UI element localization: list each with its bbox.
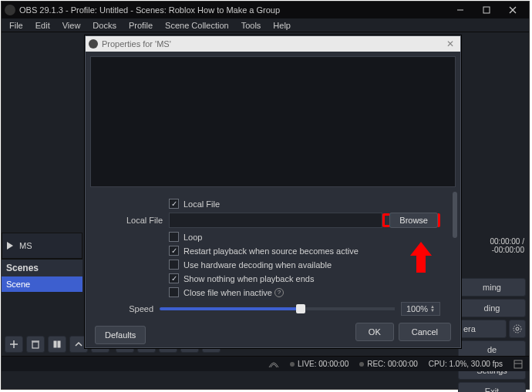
scrollbar[interactable] — [453, 192, 457, 319]
show-nothing-label: Show nothing when playback ends — [184, 274, 314, 283]
scenes-panel-header: Scenes — [2, 259, 82, 276]
hw-decode-label: Use hardware decoding when available — [184, 260, 332, 270]
close-inactive-checkbox[interactable] — [169, 287, 179, 297]
timeline-readout: 00:00:00 / -00:00:00 — [455, 233, 529, 262]
cpu-status: CPU: 1.0%, 30.00 fps — [429, 360, 503, 368]
minimize-button[interactable] — [447, 2, 473, 18]
titlebar: OBS 29.1.3 - Profile: Untitled - Scenes:… — [2, 2, 529, 18]
svg-rect-18 — [514, 360, 522, 368]
svg-point-4 — [516, 327, 519, 330]
dock-layout-icon[interactable] — [513, 360, 523, 369]
scene-item[interactable]: Scene — [2, 276, 82, 292]
restart-label: Restart playback when source becomes act… — [184, 246, 359, 256]
rec-status: REC: 00:00:00 — [367, 360, 418, 368]
app-logo-icon — [5, 5, 15, 15]
chevron-up-down-icon[interactable]: ▲▼ — [430, 305, 435, 313]
svg-point-5 — [513, 325, 521, 333]
exit-button[interactable]: Exit — [458, 382, 526, 392]
source-preview-area — [90, 56, 456, 187]
properties-dialog: Properties for 'MS' ✕ Local File Local F… — [85, 35, 461, 348]
loop-label: Loop — [184, 233, 202, 242]
menu-scene-collection[interactable]: Scene Collection — [159, 19, 235, 32]
control-button-era[interactable]: era — [458, 320, 507, 338]
speed-slider[interactable] — [160, 307, 395, 310]
svg-rect-11 — [58, 341, 60, 347]
svg-rect-8 — [32, 342, 39, 348]
menu-file[interactable]: File — [3, 19, 29, 32]
menu-help[interactable]: Help — [267, 19, 297, 32]
add-scene-button[interactable] — [5, 336, 23, 353]
hw-decode-checkbox[interactable] — [169, 260, 179, 270]
source-name: MS — [19, 241, 32, 250]
source-preview[interactable]: MS — [2, 233, 82, 259]
svg-rect-1 — [483, 7, 490, 13]
speed-value-spinbox[interactable]: 100% ▲▼ — [401, 302, 440, 316]
annotation-highlight: Browse — [382, 213, 440, 227]
defaults-button[interactable]: Defaults — [95, 326, 146, 344]
dialog-title: Properties for 'MS' — [102, 39, 171, 49]
restart-checkbox[interactable] — [169, 246, 179, 256]
close-button[interactable] — [500, 2, 526, 18]
menu-view[interactable]: View — [56, 19, 87, 32]
local-file-label: Local File — [96, 216, 169, 225]
ok-button[interactable]: OK — [355, 323, 394, 341]
rec-dot-icon — [359, 362, 364, 367]
menu-edit[interactable]: Edit — [29, 19, 56, 32]
slider-thumb-icon[interactable] — [296, 304, 305, 313]
scene-filters-button[interactable] — [48, 336, 66, 353]
app-logo-icon — [89, 39, 98, 49]
menu-profile[interactable]: Profile — [123, 19, 159, 32]
control-button-ming[interactable]: ming — [458, 278, 526, 297]
menu-tools[interactable]: Tools — [235, 19, 268, 32]
statusbar: LIVE: 00:00:00 REC: 00:00:00 CPU: 1.0%, … — [2, 356, 529, 371]
menubar: File Edit View Docks Profile Scene Colle… — [2, 18, 529, 32]
play-icon — [7, 242, 13, 250]
dialog-titlebar[interactable]: Properties for 'MS' ✕ — [86, 36, 460, 52]
network-icon — [268, 360, 279, 368]
local-file-checkbox-label: Local File — [184, 199, 220, 209]
cancel-button[interactable]: Cancel — [399, 323, 451, 341]
menu-docks[interactable]: Docks — [86, 19, 123, 32]
local-file-checkbox[interactable] — [169, 199, 179, 209]
show-nothing-checkbox[interactable] — [169, 273, 179, 283]
control-button-ding[interactable]: ding — [458, 299, 526, 317]
speed-label: Speed — [96, 304, 160, 313]
annotation-arrow-icon — [410, 242, 432, 273]
browse-button[interactable]: Browse — [389, 213, 438, 228]
svg-rect-10 — [54, 341, 56, 347]
window-title: OBS 29.1.3 - Profile: Untitled - Scenes:… — [19, 5, 280, 15]
gear-button[interactable] — [509, 320, 526, 338]
help-icon[interactable]: ? — [274, 288, 284, 297]
maximize-button[interactable] — [473, 2, 500, 18]
live-status: LIVE: 00:00:00 — [298, 360, 348, 368]
live-dot-icon — [290, 362, 295, 367]
remove-scene-button[interactable] — [26, 336, 45, 353]
local-file-input[interactable] — [169, 213, 382, 228]
loop-checkbox[interactable] — [169, 232, 179, 242]
dialog-close-button[interactable]: ✕ — [443, 39, 457, 49]
close-inactive-label: Close file when inactive — [184, 288, 272, 297]
